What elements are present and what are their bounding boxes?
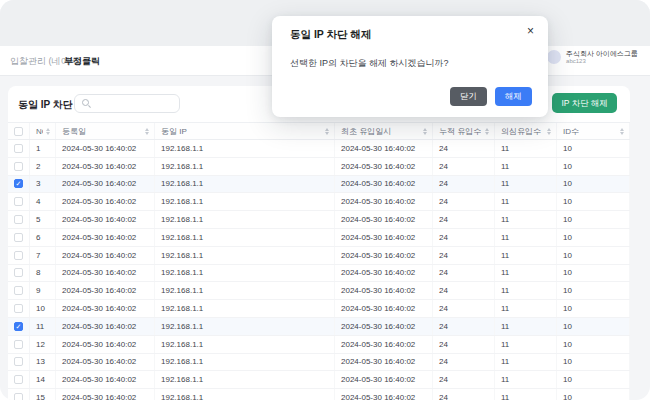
cell-id_count: 10 xyxy=(557,371,630,388)
cell-ip: 192.168.1.1 xyxy=(155,371,335,388)
cell-first_inflow: 2024-05-30 16:40:02 xyxy=(335,371,433,388)
sort-icon[interactable] xyxy=(325,128,329,135)
cell-no: 9 xyxy=(30,282,56,299)
column-header-label: ID수 xyxy=(563,126,579,137)
row-checkbox[interactable] xyxy=(14,304,23,313)
cell-cumulative: 24 xyxy=(433,211,495,228)
table-row[interactable]: 142024-05-30 16:40:02192.168.1.12024-05-… xyxy=(8,371,630,389)
table-row[interactable]: 132024-05-30 16:40:02192.168.1.12024-05-… xyxy=(8,354,630,372)
header-checkbox-cell xyxy=(8,123,30,139)
row-checkbox[interactable] xyxy=(14,357,23,366)
cell-ip: 192.168.1.1 xyxy=(155,282,335,299)
cancel-button[interactable]: 닫기 xyxy=(450,87,487,106)
row-checkbox[interactable] xyxy=(14,268,23,277)
row-checkbox-cell xyxy=(8,300,30,317)
sort-icon[interactable] xyxy=(145,128,149,135)
cell-ip: 192.168.1.1 xyxy=(155,176,335,193)
cell-id_count: 10 xyxy=(557,211,630,228)
dialog-footer: 닫기 해제 xyxy=(450,87,532,106)
table-row[interactable]: 122024-05-30 16:40:02192.168.1.12024-05-… xyxy=(8,336,630,354)
table-row[interactable]: ✓32024-05-30 16:40:02192.168.1.12024-05-… xyxy=(8,176,630,194)
row-checkbox[interactable] xyxy=(14,251,23,260)
tab-fraud-click[interactable]: 부정클릭 xyxy=(64,46,100,76)
table-row[interactable]: 62024-05-30 16:40:02192.168.1.12024-05-3… xyxy=(8,229,630,247)
column-header-id_count[interactable]: ID수 xyxy=(557,123,630,139)
table-row[interactable]: 72024-05-30 16:40:02192.168.1.12024-05-3… xyxy=(8,247,630,265)
ip-unblock-button[interactable]: IP 차단 해제 xyxy=(552,93,617,113)
table-row[interactable]: ✓112024-05-30 16:40:02192.168.1.12024-05… xyxy=(8,318,630,336)
unblock-confirm-dialog: 동일 IP 차단 해제 × 선택한 IP의 차단을 해제 하시겠습니까? 닫기 … xyxy=(272,16,548,117)
row-checkbox[interactable] xyxy=(14,197,23,206)
row-checkbox[interactable]: ✓ xyxy=(14,322,23,331)
table-row[interactable]: 102024-05-30 16:40:02192.168.1.12024-05-… xyxy=(8,300,630,318)
row-checkbox[interactable] xyxy=(14,215,23,224)
table-row[interactable]: 82024-05-30 16:40:02192.168.1.12024-05-3… xyxy=(8,265,630,283)
cell-registered: 2024-05-30 16:40:02 xyxy=(56,229,155,246)
cell-ip: 192.168.1.1 xyxy=(155,300,335,317)
sort-icon[interactable] xyxy=(423,128,427,135)
column-header-no[interactable]: NO xyxy=(30,123,56,139)
cell-cumulative: 24 xyxy=(433,282,495,299)
cell-first_inflow: 2024-05-30 16:40:02 xyxy=(335,193,433,210)
cell-no: 8 xyxy=(30,265,56,282)
cell-cumulative: 24 xyxy=(433,318,495,335)
cell-first_inflow: 2024-05-30 16:40:02 xyxy=(335,389,433,400)
cell-cumulative: 24 xyxy=(433,265,495,282)
cell-suspicious: 11 xyxy=(495,247,557,264)
row-checkbox-cell xyxy=(8,389,30,400)
cell-registered: 2024-05-30 16:40:02 xyxy=(56,300,155,317)
ip-block-table: NO등록일동일 IP최초 유입일시누적 유입수의심유입수ID수 12024-05… xyxy=(8,122,630,400)
cell-id_count: 10 xyxy=(557,389,630,400)
row-checkbox-cell xyxy=(8,282,30,299)
table-row[interactable]: 152024-05-30 16:40:02192.168.1.12024-05-… xyxy=(8,389,630,400)
table-row[interactable]: 92024-05-30 16:40:02192.168.1.12024-05-3… xyxy=(8,282,630,300)
column-header-suspicious[interactable]: 의심유입수 xyxy=(495,123,557,139)
select-all-checkbox[interactable] xyxy=(14,127,23,136)
row-checkbox[interactable] xyxy=(14,162,23,171)
cell-registered: 2024-05-30 16:40:02 xyxy=(56,371,155,388)
sort-icon[interactable] xyxy=(547,128,551,135)
row-checkbox[interactable] xyxy=(14,375,23,384)
search-input[interactable] xyxy=(91,96,175,111)
user-profile[interactable]: 주식회사 아이에스그룹 abc123 xyxy=(547,50,638,65)
row-checkbox[interactable] xyxy=(14,286,23,295)
row-checkbox-cell: ✓ xyxy=(8,318,30,335)
row-checkbox[interactable] xyxy=(14,340,23,349)
cell-ip: 192.168.1.1 xyxy=(155,336,335,353)
row-checkbox-cell xyxy=(8,247,30,264)
close-icon[interactable]: × xyxy=(527,25,534,37)
cell-id_count: 10 xyxy=(557,336,630,353)
cell-first_inflow: 2024-05-30 16:40:02 xyxy=(335,318,433,335)
cell-first_inflow: 2024-05-30 16:40:02 xyxy=(335,247,433,264)
sort-icon[interactable] xyxy=(46,128,50,135)
row-checkbox[interactable] xyxy=(14,393,23,400)
cell-suspicious: 11 xyxy=(495,193,557,210)
cell-suspicious: 11 xyxy=(495,371,557,388)
row-checkbox[interactable] xyxy=(14,233,23,242)
table-row[interactable]: 42024-05-30 16:40:02192.168.1.12024-05-3… xyxy=(8,193,630,211)
cell-registered: 2024-05-30 16:40:02 xyxy=(56,176,155,193)
column-header-first_inflow[interactable]: 최초 유입일시 xyxy=(335,123,433,139)
column-header-cumulative[interactable]: 누적 유입수 xyxy=(433,123,495,139)
sort-icon[interactable] xyxy=(620,128,624,135)
column-header-ip[interactable]: 동일 IP xyxy=(155,123,335,139)
table-row[interactable]: 52024-05-30 16:40:02192.168.1.12024-05-3… xyxy=(8,211,630,229)
sort-icon[interactable] xyxy=(485,128,489,135)
cell-id_count: 10 xyxy=(557,229,630,246)
cell-suspicious: 11 xyxy=(495,176,557,193)
search-icon xyxy=(82,99,91,108)
cell-id_count: 10 xyxy=(557,282,630,299)
column-header-registered[interactable]: 등록일 xyxy=(56,123,155,139)
cell-no: 7 xyxy=(30,247,56,264)
column-header-label: 등록일 xyxy=(62,126,86,137)
cell-ip: 192.168.1.1 xyxy=(155,140,335,157)
confirm-button[interactable]: 해제 xyxy=(495,87,532,106)
row-checkbox[interactable]: ✓ xyxy=(14,179,23,188)
table-row[interactable]: 22024-05-30 16:40:02192.168.1.12024-05-3… xyxy=(8,158,630,176)
cell-first_inflow: 2024-05-30 16:40:02 xyxy=(335,140,433,157)
cell-no: 5 xyxy=(30,211,56,228)
cell-cumulative: 24 xyxy=(433,247,495,264)
row-checkbox[interactable] xyxy=(14,144,23,153)
cell-registered: 2024-05-30 16:40:02 xyxy=(56,336,155,353)
table-row[interactable]: 12024-05-30 16:40:02192.168.1.12024-05-3… xyxy=(8,140,630,158)
